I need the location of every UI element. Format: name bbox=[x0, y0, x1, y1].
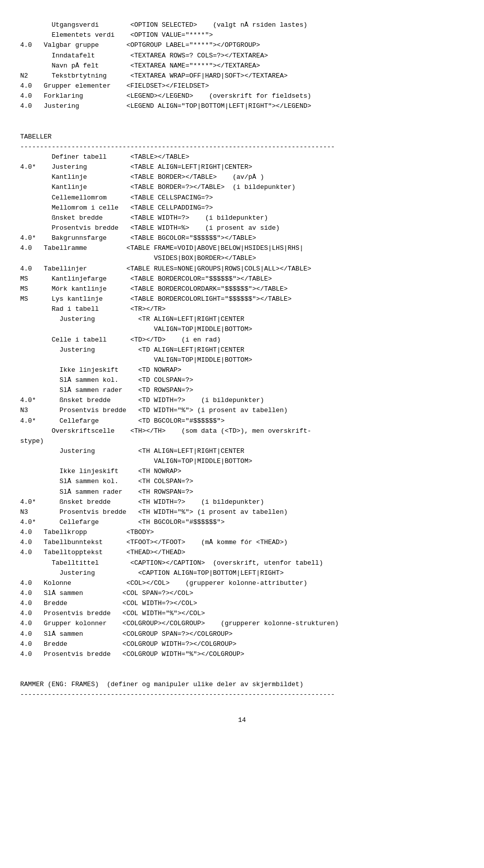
page-content: Utgangsverdi <OPTION SELECTED> (valgt nÅ… bbox=[20, 10, 464, 700]
page-number: 14 bbox=[20, 715, 464, 725]
